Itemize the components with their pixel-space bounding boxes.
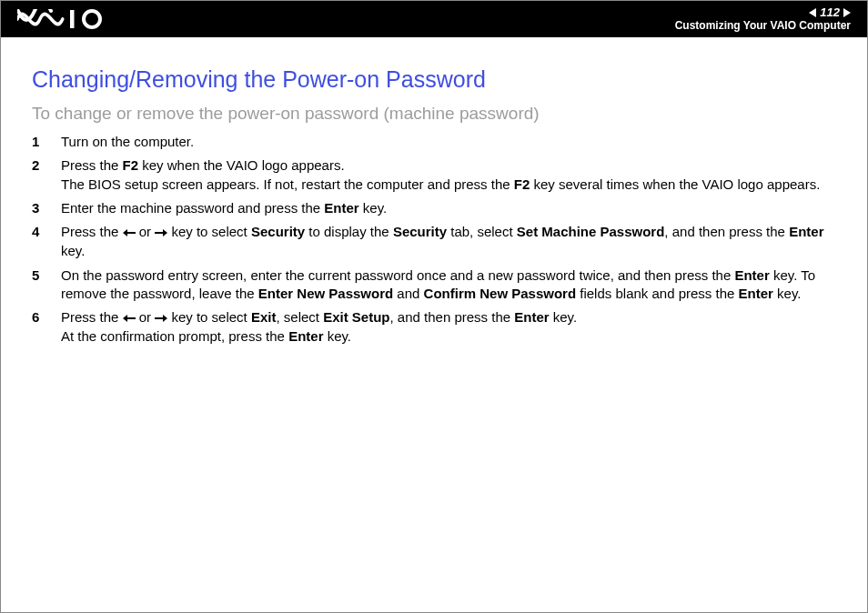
step-3: Enter the machine password and press the… — [32, 199, 836, 217]
step-text: fields blank and press the — [576, 286, 738, 301]
key-enter: Enter — [739, 286, 773, 301]
steps-list: Turn on the computer. Press the F2 key w… — [32, 133, 836, 347]
key-enter: Enter — [789, 224, 823, 239]
key-enter: Enter — [734, 267, 769, 283]
step-text: to display the — [305, 224, 393, 239]
step-text: Press the — [61, 157, 123, 173]
field-confirm-new-password: Confirm New Password — [424, 286, 577, 301]
step-text: or — [136, 309, 156, 325]
step-text: On the password entry screen, enter the … — [61, 267, 734, 283]
arrow-right-icon — [155, 224, 167, 242]
page-nav: 112 — [675, 6, 851, 19]
step-text: Turn on the computer. — [61, 134, 194, 149]
prev-page-icon[interactable] — [809, 8, 816, 17]
step-text: Press the — [61, 309, 123, 325]
step-4: Press the or key to select Security to d… — [32, 223, 836, 261]
next-page-icon[interactable] — [843, 8, 851, 17]
step-text: Press the — [61, 224, 123, 239]
svg-rect-0 — [70, 10, 75, 28]
step-text: At the confirmation prompt, press the — [61, 328, 288, 344]
section-label: Customizing Your VAIO Computer — [675, 20, 851, 32]
key-enter: Enter — [288, 328, 323, 344]
step-text: key. — [359, 200, 388, 216]
key-f2: F2 — [123, 157, 139, 173]
page-content: Changing/Removing the Power-on Password … — [1, 37, 867, 347]
header-right: 112 Customizing Your VAIO Computer — [675, 6, 851, 32]
step-5: On the password entry screen, enter the … — [32, 266, 836, 304]
key-enter: Enter — [514, 309, 549, 325]
step-text: and — [393, 286, 423, 301]
step-text: key to select — [167, 309, 251, 325]
arrow-left-icon — [123, 224, 136, 242]
page-subtitle: To change or remove the power-on passwor… — [32, 104, 836, 124]
menu-security: Security — [251, 224, 305, 239]
step-2: Press the F2 key when the VAIO logo appe… — [32, 156, 836, 194]
step-text: key. — [550, 309, 578, 325]
step-1: Turn on the computer. — [32, 133, 836, 151]
step-text: key. — [61, 243, 85, 258]
page-number: 112 — [820, 6, 840, 19]
page-title: Changing/Removing the Power-on Password — [32, 66, 836, 93]
arrow-right-icon — [155, 309, 167, 327]
option-set-machine-password: Set Machine Password — [517, 224, 665, 239]
step-text: key to select — [167, 224, 251, 239]
step-6: Press the or key to select Exit, select … — [32, 308, 836, 347]
field-enter-new-password: Enter New Password — [258, 286, 393, 301]
step-text: key. — [773, 286, 802, 301]
step-text: key. — [323, 328, 351, 344]
step-text: , and then press the — [664, 224, 789, 239]
svg-point-1 — [84, 11, 100, 27]
key-f2: F2 — [514, 176, 530, 192]
arrow-left-icon — [123, 309, 136, 327]
key-enter: Enter — [324, 200, 358, 216]
step-text: , and then press the — [390, 309, 515, 325]
step-text: Enter the machine password and press the — [61, 200, 324, 216]
step-text: or — [136, 224, 156, 239]
step-text: key when the VAIO logo appears. — [138, 157, 345, 173]
tab-security: Security — [393, 224, 447, 239]
vaio-logo — [17, 9, 108, 29]
option-exit-setup: Exit Setup — [323, 309, 389, 325]
step-text: , select — [276, 309, 323, 325]
header-bar: 112 Customizing Your VAIO Computer — [1, 1, 867, 37]
menu-exit: Exit — [251, 309, 277, 325]
step-text: tab, select — [447, 224, 517, 239]
step-text: key several times when the VAIO logo app… — [530, 176, 820, 192]
step-text: The BIOS setup screen appears. If not, r… — [61, 176, 514, 192]
